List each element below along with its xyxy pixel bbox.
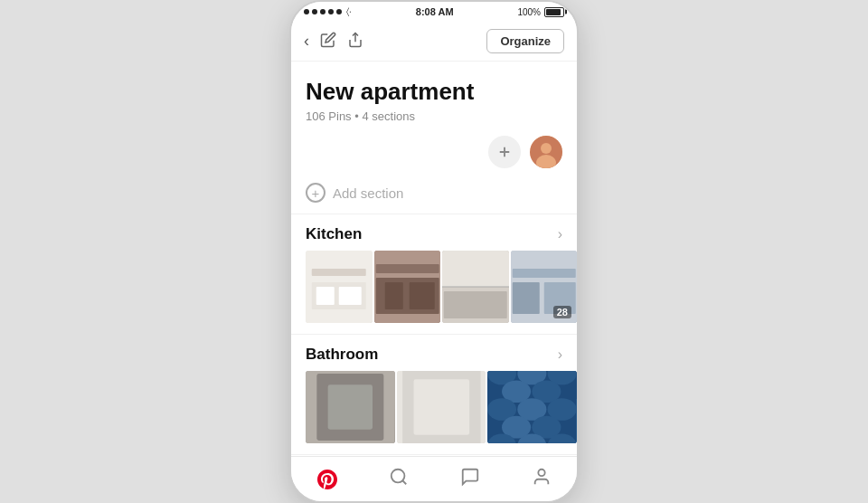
add-section-row[interactable]: + Add section bbox=[291, 172, 577, 214]
pinterest-icon bbox=[317, 470, 337, 489]
profile-icon bbox=[532, 467, 552, 491]
nav-search[interactable] bbox=[378, 461, 420, 497]
bathroom-image-3[interactable] bbox=[487, 371, 577, 443]
kitchen-count-badge: 28 bbox=[553, 306, 571, 318]
avatar[interactable] bbox=[530, 136, 562, 168]
section-bathroom-images bbox=[291, 371, 577, 454]
sections-label: sections bbox=[372, 109, 415, 123]
main-content: New apartment 106 Pins • 4 sections bbox=[291, 62, 577, 456]
svg-rect-21 bbox=[512, 269, 575, 278]
organize-button[interactable]: Organize bbox=[486, 29, 564, 53]
svg-rect-14 bbox=[384, 282, 402, 309]
svg-rect-15 bbox=[409, 282, 434, 309]
svg-rect-7 bbox=[312, 269, 366, 276]
svg-rect-18 bbox=[444, 291, 507, 318]
svg-point-44 bbox=[391, 470, 404, 483]
nav-home[interactable] bbox=[307, 464, 348, 495]
battery-icon bbox=[544, 7, 564, 17]
section-kitchen: Kitchen › bbox=[291, 214, 577, 335]
add-section-icon: + bbox=[306, 183, 326, 203]
back-button[interactable]: ‹ bbox=[304, 32, 309, 51]
phone-frame: 〈‧ 8:08 AM 100% ‹ bbox=[289, 0, 579, 503]
kitchen-image-4[interactable]: 28 bbox=[511, 251, 578, 323]
svg-line-45 bbox=[402, 480, 406, 484]
pins-label: Pins bbox=[328, 109, 351, 123]
section-kitchen-header[interactable]: Kitchen › bbox=[291, 225, 577, 251]
svg-point-4 bbox=[541, 143, 552, 154]
nav-messages[interactable] bbox=[449, 461, 491, 497]
add-section-label: Add section bbox=[333, 185, 403, 201]
bottom-navigation bbox=[291, 456, 577, 501]
section-kitchen-chevron: › bbox=[558, 226, 562, 242]
nav-left-actions: ‹ bbox=[304, 32, 363, 51]
search-icon bbox=[389, 467, 409, 491]
board-title: New apartment bbox=[306, 78, 562, 106]
meta-separator: • bbox=[354, 109, 359, 123]
svg-rect-9 bbox=[316, 287, 335, 305]
battery-area: 100% bbox=[517, 7, 564, 17]
signal-dot-5 bbox=[336, 9, 342, 14]
board-header: New apartment 106 Pins • 4 sections bbox=[291, 62, 577, 128]
signal-dot-3 bbox=[320, 9, 326, 14]
signal-dot-1 bbox=[304, 9, 309, 14]
kitchen-image-2[interactable] bbox=[374, 251, 441, 323]
signal-dot-2 bbox=[312, 9, 317, 14]
battery-fill bbox=[546, 9, 561, 15]
section-bathroom-header[interactable]: Bathroom › bbox=[291, 346, 577, 371]
section-kitchen-images: 28 bbox=[291, 251, 577, 334]
wifi-icon: 〈‧ bbox=[346, 6, 352, 17]
section-bathroom-chevron: › bbox=[558, 346, 562, 363]
bathroom-image-1[interactable] bbox=[306, 371, 395, 443]
board-meta: 106 Pins • 4 sections bbox=[306, 109, 562, 123]
status-bar: 〈‧ 8:08 AM 100% bbox=[291, 2, 577, 22]
nav-profile[interactable] bbox=[521, 461, 562, 497]
svg-rect-17 bbox=[442, 251, 509, 287]
sections-count: 4 bbox=[362, 109, 368, 123]
edit-button[interactable] bbox=[320, 32, 336, 51]
svg-rect-22 bbox=[512, 282, 539, 314]
share-button[interactable] bbox=[347, 32, 363, 51]
kitchen-image-1[interactable] bbox=[306, 251, 373, 323]
svg-rect-10 bbox=[339, 287, 362, 305]
svg-rect-26 bbox=[328, 385, 373, 430]
signal-dot-4 bbox=[328, 9, 334, 14]
section-bathroom: Bathroom › bbox=[291, 335, 577, 455]
svg-rect-12 bbox=[375, 264, 439, 273]
svg-point-46 bbox=[538, 470, 544, 476]
signal-area: 〈‧ bbox=[304, 6, 352, 17]
messages-icon bbox=[460, 467, 480, 491]
status-time: 8:08 AM bbox=[416, 6, 454, 17]
section-bathroom-title: Bathroom bbox=[306, 346, 378, 364]
battery-percent: 100% bbox=[517, 7, 541, 17]
navigation-bar: ‹ Organize bbox=[291, 22, 577, 62]
svg-rect-29 bbox=[413, 379, 469, 435]
kitchen-image-3[interactable] bbox=[442, 251, 509, 323]
bathroom-image-2[interactable] bbox=[397, 371, 486, 443]
section-kitchen-title: Kitchen bbox=[306, 225, 362, 243]
add-pin-button[interactable] bbox=[488, 136, 521, 168]
action-row bbox=[291, 128, 577, 172]
pins-count: 106 bbox=[306, 109, 326, 123]
